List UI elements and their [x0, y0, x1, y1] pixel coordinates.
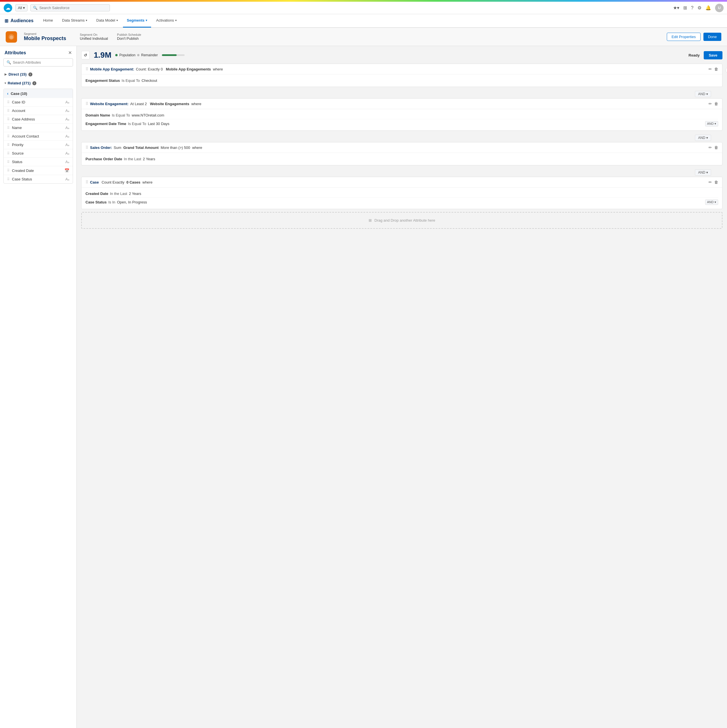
- back-arrow-icon[interactable]: ‹: [7, 91, 9, 96]
- svg-text:☁: ☁: [6, 6, 10, 11]
- drag-handle-icon: ⠿: [7, 160, 10, 164]
- condition-key: Created Date: [86, 191, 108, 196]
- drag-handle-icon: ⠿: [7, 126, 10, 130]
- salesforce-logo[interactable]: ☁: [3, 3, 12, 12]
- svg-text:◎: ◎: [10, 35, 13, 39]
- sales-order-edit-button[interactable]: ✏: [709, 145, 712, 150]
- nav-segments[interactable]: Segments ▾: [123, 14, 151, 28]
- mobile-app-delete-button[interactable]: 🗑: [714, 67, 718, 71]
- drag-handle-icon: ⠿: [7, 100, 10, 104]
- attr-case-id[interactable]: ⠿ Case ID Aₐ: [4, 98, 73, 107]
- segment-actions: Edit Properties Done: [667, 33, 721, 41]
- condition-op: In the Last: [124, 157, 141, 161]
- and-badge-3: AND ▾: [695, 169, 711, 176]
- nav-datamodel-label: Data Model: [96, 18, 115, 23]
- mobile-app-title: Mobile App Engagement:: [90, 67, 134, 71]
- nav-segments-label: Segments: [127, 18, 145, 23]
- drag-handle-icon: ⠿: [7, 168, 10, 173]
- mobile-app-card: ⠿ Mobile App Engagement: Count: Exactly …: [81, 64, 722, 87]
- text-type-icon: Aₐ: [65, 134, 69, 138]
- sales-order-actions: ✏ 🗑: [709, 145, 718, 150]
- attr-source[interactable]: ⠿ Source Aₐ: [4, 149, 73, 158]
- website-engagement-edit-button[interactable]: ✏: [709, 101, 712, 106]
- text-type-icon: Aₐ: [65, 177, 69, 181]
- segment-label: Segment: [24, 32, 66, 35]
- website-engagement-delete-button[interactable]: 🗑: [714, 101, 718, 106]
- save-button[interactable]: Save: [704, 51, 722, 60]
- engagement-date-condition: Engagement Date Time Is Equal To Last 30…: [86, 119, 718, 128]
- attributes-search-input[interactable]: [13, 60, 70, 64]
- text-type-icon: Aₐ: [65, 151, 69, 155]
- remainder-label: Remainder: [141, 53, 158, 57]
- global-search[interactable]: 🔍: [31, 4, 110, 11]
- search-input[interactable]: [39, 6, 96, 10]
- created-date-condition: Created Date In the Last 2 Years: [86, 190, 718, 198]
- nav-activations[interactable]: Activations ▾: [152, 14, 180, 28]
- attributes-search[interactable]: 🔍: [3, 58, 73, 66]
- segment-info: Segment Mobile Prospects: [24, 32, 66, 41]
- card-drag-handle[interactable]: ⠿: [86, 145, 88, 150]
- setup-icon[interactable]: ⚙: [698, 5, 701, 11]
- all-chevron-icon: ▾: [23, 6, 25, 10]
- mobile-app-edit-button[interactable]: ✏: [709, 67, 712, 71]
- card-drag-handle[interactable]: ⠿: [86, 101, 88, 106]
- attr-created-date[interactable]: ⠿ Created Date 📅: [4, 166, 73, 175]
- card-drag-handle[interactable]: ⠿: [86, 180, 88, 184]
- drop-zone-label: Drag and Drop another Attribute here: [374, 218, 435, 222]
- website-engagement-header: ⠿ Website Engagement: At Least 2 Website…: [81, 99, 722, 109]
- close-icon[interactable]: ✕: [68, 50, 72, 55]
- condition-val: 2 Years: [129, 191, 141, 196]
- direct-label: Direct (15): [9, 72, 27, 76]
- sales-order-delete-button[interactable]: 🗑: [714, 145, 718, 150]
- attr-name-label: Name: [12, 125, 63, 130]
- search-icon: 🔍: [33, 6, 38, 10]
- case-status-condition: Case Status Is In Open, In Progress AND …: [86, 198, 718, 206]
- attr-status-label: Status: [12, 160, 63, 164]
- text-type-icon: Aₐ: [65, 125, 69, 130]
- mobile-app-subtitle: Count: Exactly 0 Mobile App Engagements …: [136, 67, 223, 71]
- condition-val: Checkout: [141, 78, 157, 83]
- help-icon[interactable]: ?: [691, 5, 693, 11]
- attr-status[interactable]: ⠿ Status Aₐ: [4, 158, 73, 166]
- user-avatar[interactable]: U: [715, 4, 724, 12]
- attr-account-contact[interactable]: ⠿ Account Contact Aₐ: [4, 132, 73, 141]
- drop-zone-icon: ⊞: [369, 218, 372, 222]
- favorites-icon[interactable]: ★▾: [673, 5, 679, 11]
- related-section-header[interactable]: ▾ Related (271) i: [0, 79, 76, 87]
- and-connector-1: AND ▾: [81, 90, 722, 98]
- and-badge-2: AND ▾: [695, 135, 711, 141]
- nav-home[interactable]: Home: [39, 14, 57, 28]
- attr-account[interactable]: ⠿ Account Aₐ: [4, 107, 73, 115]
- notifications-icon[interactable]: 🔔: [706, 5, 711, 11]
- attr-name[interactable]: ⠿ Name Aₐ: [4, 124, 73, 132]
- attr-case-status[interactable]: ⠿ Case Status Aₐ: [4, 175, 73, 183]
- and-connector-3: AND ▾: [81, 168, 722, 177]
- direct-section-header[interactable]: ▶ Direct (15) i: [0, 70, 76, 79]
- app-logo: ⊞ Audiences: [5, 18, 34, 24]
- edit-properties-button[interactable]: Edit Properties: [667, 33, 701, 41]
- attr-case-status-label: Case Status: [12, 177, 63, 181]
- drag-handle-icon: ⠿: [7, 143, 10, 147]
- case-panel: ‹ Case (10) ⠿ Case ID Aₐ ⠿ Account Aₐ ⠿ …: [3, 89, 73, 184]
- attr-case-address-label: Case Address: [12, 117, 63, 121]
- attr-priority[interactable]: ⠿ Priority Aₐ: [4, 141, 73, 149]
- case-card-delete-button[interactable]: 🗑: [714, 180, 718, 184]
- text-type-icon: Aₐ: [65, 100, 69, 104]
- waffle-icon[interactable]: ⊞: [683, 5, 687, 11]
- card-drag-handle[interactable]: ⠿: [86, 67, 88, 71]
- segment-name: Mobile Prospects: [24, 35, 66, 41]
- mobile-app-close-button[interactable]: ✕: [725, 67, 727, 73]
- nav-datastreams[interactable]: Data Streams ▾: [58, 14, 91, 28]
- nav-datamodel[interactable]: Data Model ▾: [92, 14, 122, 28]
- condition-key: Purchase Order Date: [86, 157, 122, 161]
- nav-segments-chevron: ▾: [146, 19, 147, 22]
- done-button[interactable]: Done: [703, 33, 721, 41]
- refresh-button[interactable]: ↺: [81, 51, 90, 60]
- website-engagement-card: ⠿ Website Engagement: At Least 2 Website…: [81, 98, 722, 131]
- all-dropdown[interactable]: All ▾: [15, 4, 27, 11]
- segment-on-label: Segment On: [80, 33, 108, 37]
- case-panel-title: Case (10): [11, 92, 27, 96]
- website-engagement-body: Domain Name Is Equal To www.NTOretail.co…: [81, 109, 722, 130]
- attr-case-address[interactable]: ⠿ Case Address Aₐ: [4, 115, 73, 124]
- case-card-edit-button[interactable]: ✏: [709, 180, 712, 184]
